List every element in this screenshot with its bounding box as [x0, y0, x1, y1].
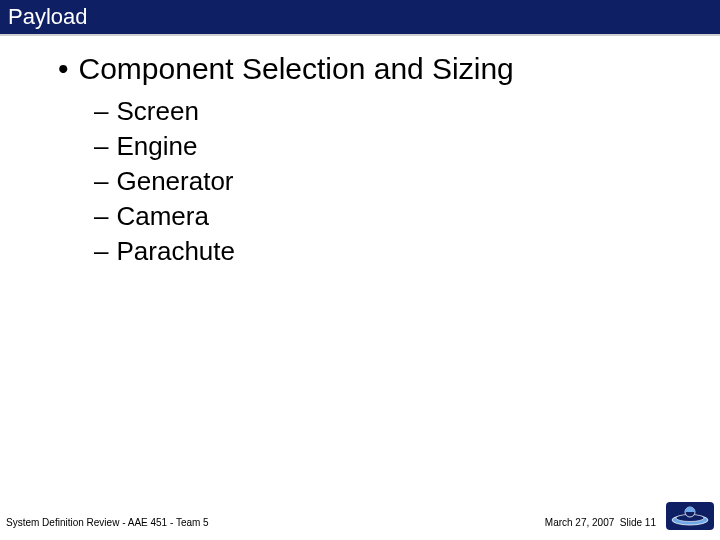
sub-text: Engine [116, 131, 197, 162]
content-area: • Component Selection and Sizing – Scree… [0, 36, 720, 267]
sub-text: Camera [116, 201, 208, 232]
footer-right-text: March 27, 2007 Slide 11 [545, 517, 656, 528]
sub-text: Generator [116, 166, 233, 197]
sub-text: Parachute [116, 236, 235, 267]
sub-text: Screen [116, 96, 198, 127]
sub-item: – Camera [94, 201, 684, 232]
footer-date: March 27, 2007 [545, 517, 615, 528]
sub-item: – Parachute [94, 236, 684, 267]
bullet-item: • Component Selection and Sizing [58, 52, 684, 86]
logo-icon [668, 504, 712, 528]
sub-item: – Engine [94, 131, 684, 162]
footer-left-text: System Definition Review - AAE 451 - Tea… [6, 517, 209, 528]
sub-item: – Generator [94, 166, 684, 197]
bullet-text: Component Selection and Sizing [79, 52, 514, 86]
dash-marker: – [94, 201, 108, 232]
bullet-marker: • [58, 54, 69, 84]
team-logo [666, 502, 714, 530]
footer: System Definition Review - AAE 451 - Tea… [0, 508, 720, 532]
dash-marker: – [94, 131, 108, 162]
footer-slide-number: Slide 11 [620, 517, 656, 528]
slide-title: Payload [8, 4, 88, 29]
sub-item: – Screen [94, 96, 684, 127]
dash-marker: – [94, 96, 108, 127]
title-bar: Payload [0, 0, 720, 34]
sublist: – Screen – Engine – Generator – Camera –… [58, 96, 684, 267]
dash-marker: – [94, 236, 108, 267]
dash-marker: – [94, 166, 108, 197]
